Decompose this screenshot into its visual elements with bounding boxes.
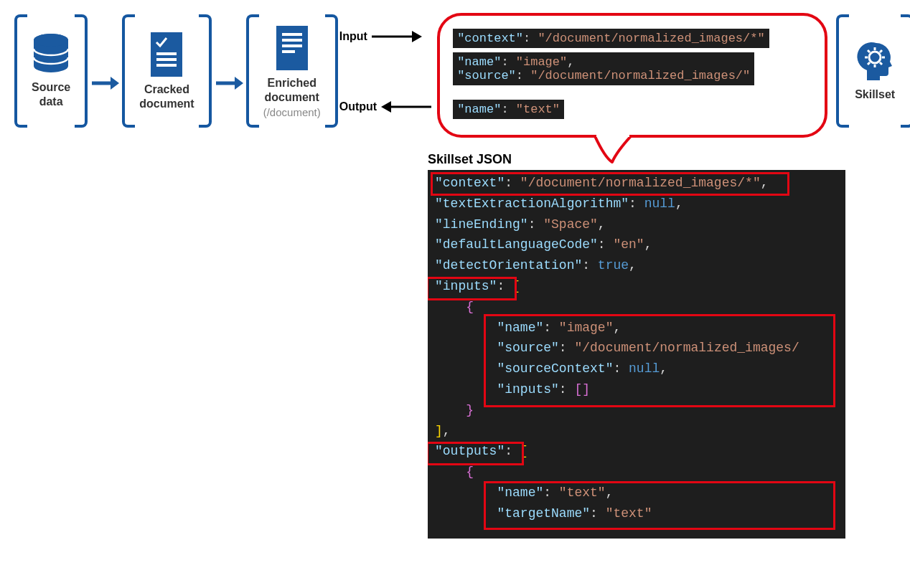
svg-rect-5: [156, 52, 177, 55]
code-context: "context": "/document/normalized_images/…: [453, 29, 769, 48]
svg-rect-12: [282, 39, 302, 42]
document-check-icon: [148, 31, 185, 78]
bracket-right: [199, 14, 212, 128]
arrow-right-icon: [370, 29, 422, 44]
stage-enriched: Enricheddocument (/document): [246, 14, 338, 128]
svg-rect-11: [282, 33, 302, 36]
document-lines-icon: [273, 24, 311, 72]
svg-marker-3: [111, 77, 119, 90]
arrow-icon: [212, 74, 246, 93]
stage-skillset-label: Skillset: [855, 87, 895, 102]
bracket-right: [75, 14, 88, 128]
svg-line-25: [880, 50, 882, 52]
stage-enriched-label: Enricheddocument: [265, 76, 319, 105]
bracket-left: [836, 14, 849, 128]
svg-line-26: [868, 62, 870, 65]
svg-line-27: [880, 62, 882, 65]
skillset-icon: [853, 40, 896, 83]
stage-skillset: Skillset: [836, 14, 910, 128]
svg-marker-18: [381, 101, 391, 113]
pipeline-row: Sourcedata Crackeddocument: [14, 14, 896, 138]
stage-cracked-label: Crackeddocument: [139, 82, 194, 111]
bracket-right: [325, 14, 338, 128]
stage-enriched-sublabel: (/document): [263, 106, 321, 118]
input-label: Input: [339, 30, 367, 43]
svg-rect-13: [282, 44, 302, 47]
svg-rect-7: [156, 64, 177, 67]
svg-rect-10: [276, 26, 308, 70]
svg-marker-16: [412, 31, 422, 42]
svg-line-24: [868, 50, 870, 52]
stage-cracked: Crackeddocument: [122, 14, 211, 128]
database-icon: [32, 33, 70, 76]
svg-rect-14: [282, 50, 295, 53]
arrow-left-icon: [380, 99, 431, 115]
bracket-right: [901, 14, 910, 128]
svg-point-1: [34, 34, 68, 47]
svg-marker-9: [235, 77, 243, 90]
bubble: "context": "/document/normalized_images/…: [437, 13, 827, 138]
bracket-left: [122, 14, 135, 128]
json-title: Skillset JSON: [428, 152, 896, 167]
stage-source: Sourcedata: [14, 14, 88, 128]
svg-rect-6: [156, 58, 177, 61]
code-output: "name": "text": [453, 100, 564, 119]
output-label: Output: [339, 100, 377, 113]
io-labels: Input Output: [338, 29, 433, 115]
code-input: "name": "image", "source": "/document/no…: [453, 52, 754, 85]
bracket-left: [246, 14, 259, 128]
json-panel: "context": "/document/normalized_images/…: [428, 170, 845, 539]
bracket-left: [14, 14, 27, 128]
stage-source-label: Sourcedata: [32, 80, 70, 109]
arrow-icon: [88, 74, 122, 93]
